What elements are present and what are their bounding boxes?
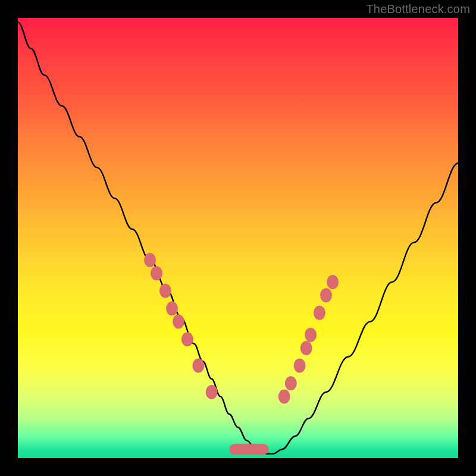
curve-marker bbox=[192, 359, 204, 373]
curve-marker bbox=[305, 328, 317, 342]
curve-marker bbox=[166, 301, 178, 315]
plot-area bbox=[18, 18, 458, 458]
curve-marker bbox=[294, 359, 306, 373]
flat-segment bbox=[229, 444, 269, 455]
curve-markers bbox=[144, 253, 339, 403]
bottleneck-curve bbox=[18, 22, 458, 453]
curve-marker bbox=[159, 284, 171, 298]
curve-marker bbox=[320, 288, 332, 302]
curve-marker bbox=[327, 275, 339, 289]
outer-frame: TheBottleneck.com bbox=[0, 0, 476, 476]
curve-marker bbox=[300, 341, 312, 355]
chart-svg bbox=[18, 18, 458, 458]
curve-marker bbox=[181, 332, 193, 346]
watermark-text: TheBottleneck.com bbox=[366, 2, 470, 16]
curve-marker bbox=[144, 253, 156, 267]
curve-marker bbox=[285, 376, 297, 390]
curve-marker bbox=[151, 266, 162, 280]
curve-marker bbox=[314, 306, 325, 320]
curve-marker bbox=[173, 315, 184, 329]
curve-marker bbox=[278, 389, 290, 403]
curve-marker bbox=[206, 385, 218, 399]
